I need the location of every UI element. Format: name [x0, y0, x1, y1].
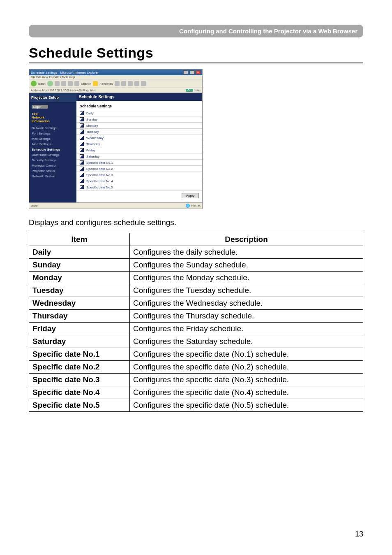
status-left: Done	[31, 204, 38, 207]
close-icon[interactable]: ×	[196, 70, 201, 74]
table-cell-item: Friday	[29, 323, 130, 335]
sidebar-item[interactable]: Date/Time Settings	[32, 152, 74, 158]
stop-icon[interactable]	[55, 81, 60, 86]
table-row: SaturdayConfigures the Saturday schedule…	[29, 335, 363, 348]
table-row: TuesdayConfigures the Tuesday schedule.	[29, 284, 363, 297]
apply-button[interactable]: Apply	[182, 193, 199, 198]
table-cell-description: Configures the specific date (No.4) sche…	[130, 386, 363, 399]
schedule-row[interactable]: Monday	[76, 122, 202, 128]
sidebar-top-line: Top:	[32, 112, 74, 116]
table-row: Specific date No.3Configures the specifi…	[29, 374, 363, 386]
links-label[interactable]: Links	[194, 89, 201, 92]
table-row: MondayConfigures the Monday schedule.	[29, 272, 363, 284]
main-heading: Schedule Settings	[76, 93, 202, 101]
sidebar-item[interactable]: Port Settings	[32, 131, 74, 136]
search-icon[interactable]	[74, 81, 79, 86]
home-icon[interactable]	[68, 81, 73, 86]
table-cell-item: Specific date No.4	[29, 386, 130, 399]
sidebar-item[interactable]: Network Settings	[32, 125, 74, 131]
sidebar-item[interactable]: Projector Control	[32, 163, 74, 168]
sidebar-item[interactable]: Projector Status	[32, 168, 74, 174]
table-cell-item: Daily	[29, 246, 130, 259]
maximize-icon[interactable]: □	[189, 70, 194, 74]
table-cell-description: Configures the specific date (No.2) sche…	[130, 361, 363, 374]
browser-toolbar: Back Search Favorites	[29, 79, 202, 88]
sidebar-top-line: Network	[32, 116, 74, 119]
schedule-row[interactable]: Specific date No.1	[76, 159, 202, 165]
sidebar-item[interactable]: Alert Settings	[32, 142, 74, 147]
logoff-button[interactable]: Logoff	[32, 105, 48, 109]
page-title: Schedule Settings	[29, 45, 363, 63]
forward-icon[interactable]	[47, 81, 53, 86]
edit-icon[interactable]	[141, 81, 146, 86]
table-row: SundayConfigures the Sunday schedule.	[29, 259, 363, 272]
print-icon[interactable]	[134, 81, 139, 86]
table-cell-item: Specific date No.3	[29, 374, 130, 386]
schedule-row[interactable]: Sunday	[76, 116, 202, 122]
page-number: 13	[355, 530, 363, 539]
table-cell-item: Wednesday	[29, 297, 130, 310]
table-cell-item: Monday	[29, 272, 130, 284]
table-cell-description: Configures the specific date (No.3) sche…	[130, 374, 363, 386]
sidebar-item[interactable]: Schedule Settings	[32, 147, 74, 152]
browser-address-bar: Address http://192.168.1.10/ScheduleSett…	[29, 88, 202, 93]
minimize-icon[interactable]: _	[183, 70, 188, 74]
sidebar-item[interactable]: Security Settings	[32, 158, 74, 163]
sidebar-item[interactable]: Network Restart	[32, 174, 74, 179]
schedule-row[interactable]: Specific date No.4	[76, 178, 202, 184]
back-label[interactable]: Back	[38, 82, 46, 86]
search-label[interactable]: Search	[81, 82, 91, 86]
mail-icon[interactable]	[128, 81, 133, 86]
table-cell-item: Saturday	[29, 335, 130, 348]
browser-window: Schedule Settings - Microsoft Internet E…	[29, 69, 203, 209]
table-row: Specific date No.4Configures the specifi…	[29, 386, 363, 399]
schedule-row[interactable]: Specific date No.2	[76, 165, 202, 172]
table-cell-description: Configures the daily schedule.	[130, 246, 363, 259]
schedule-row[interactable]: Thursday	[76, 141, 202, 147]
table-row: Specific date No.2Configures the specifi…	[29, 361, 363, 374]
history-icon[interactable]	[121, 81, 126, 86]
intro-text: Displays and configures schedule setting…	[29, 218, 363, 227]
settings-table: Item Description DailyConfigures the dai…	[29, 233, 363, 412]
table-cell-description: Configures the Wednesday schedule.	[130, 297, 363, 310]
table-cell-description: Configures the Friday schedule.	[130, 323, 363, 335]
table-row: DailyConfigures the daily schedule.	[29, 246, 363, 259]
go-button[interactable]: Go	[186, 89, 193, 92]
zone-icon	[186, 204, 190, 208]
sidebar-top-line: Information	[32, 119, 74, 123]
table-cell-description: Configures the specific date (No.5) sche…	[130, 399, 363, 412]
table-cell-description: Configures the specific date (No.1) sche…	[130, 348, 363, 361]
back-icon[interactable]	[31, 81, 37, 86]
sidebar-item[interactable]: Mail Settings	[32, 136, 74, 142]
window-controls: _ □ ×	[183, 70, 201, 74]
schedule-row[interactable]: Specific date No.3	[76, 172, 202, 178]
refresh-icon[interactable]	[61, 81, 66, 86]
schedule-row[interactable]: Tuesday	[76, 128, 202, 135]
table-cell-item: Thursday	[29, 310, 130, 323]
table-cell-item: Specific date No.2	[29, 361, 130, 374]
chapter-header: Configuring and Controlling the Projecto…	[29, 25, 363, 37]
schedule-row[interactable]: Friday	[76, 147, 202, 153]
table-cell-item: Tuesday	[29, 284, 130, 297]
address-text[interactable]: Address http://192.168.1.10/ScheduleSett…	[31, 89, 96, 92]
table-cell-description: Configures the Thursday schedule.	[130, 310, 363, 323]
table-header-item: Item	[29, 233, 130, 246]
table-row: FridayConfigures the Friday schedule.	[29, 323, 363, 335]
section-title: Schedule Settings	[76, 101, 202, 110]
sidebar-brand: Projector Setup	[29, 93, 76, 102]
sidebar: Projector Setup Logoff Top: Network Info…	[29, 93, 76, 202]
schedule-row[interactable]: Daily	[76, 110, 202, 116]
window-title-text: Schedule Settings - Microsoft Internet E…	[31, 71, 99, 74]
table-cell-description: Configures the Sunday schedule.	[130, 259, 363, 272]
browser-menubar[interactable]: File Edit View Favorites Tools Help	[29, 75, 202, 79]
favorites-label[interactable]: Favorites	[99, 82, 113, 86]
schedule-row[interactable]: Saturday	[76, 153, 202, 159]
table-row: WednesdayConfigures the Wednesday schedu…	[29, 297, 363, 310]
table-cell-description: Configures the Monday schedule.	[130, 272, 363, 284]
schedule-row[interactable]: Wednesday	[76, 135, 202, 141]
table-row: Specific date No.1Configures the specifi…	[29, 348, 363, 361]
favorites-icon[interactable]	[93, 81, 98, 86]
schedule-row[interactable]: Specific date No.5	[76, 184, 202, 190]
media-icon[interactable]	[115, 81, 120, 86]
sidebar-top-section[interactable]: Top: Network Information	[29, 111, 76, 125]
